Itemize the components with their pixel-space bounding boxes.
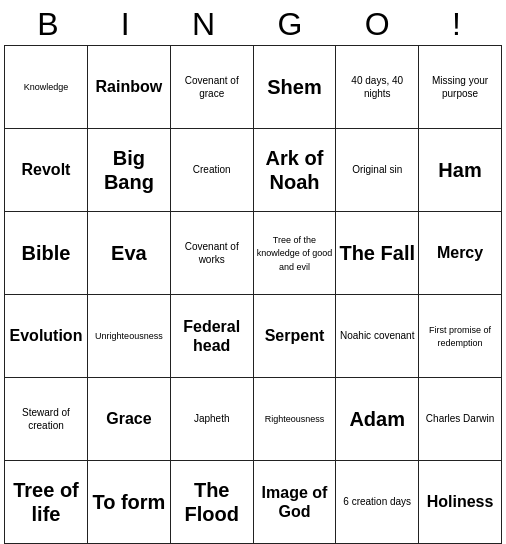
cell-0-4: 40 days, 40 nights <box>336 46 419 129</box>
cell-4-2: Japheth <box>170 378 253 461</box>
cell-4-4: Adam <box>336 378 419 461</box>
cell-0-2: Covenant of grace <box>170 46 253 129</box>
cell-5-2: The Flood <box>170 461 253 544</box>
cell-4-1: Grace <box>87 378 170 461</box>
cell-0-0: Knowledge <box>5 46 88 129</box>
cell-1-4: Original sin <box>336 129 419 212</box>
cell-1-5: Ham <box>419 129 502 212</box>
cell-3-1: Unrighteousness <box>87 295 170 378</box>
title-letter-o: O <box>365 6 398 43</box>
title-letter-i: I <box>121 6 138 43</box>
cell-0-3: Shem <box>253 46 336 129</box>
cell-2-0: Bible <box>5 212 88 295</box>
cell-0-5: Missing your purpose <box>419 46 502 129</box>
cell-1-1: Big Bang <box>87 129 170 212</box>
cell-1-2: Creation <box>170 129 253 212</box>
cell-4-0: Steward of creation <box>5 378 88 461</box>
cell-1-3: Ark of Noah <box>253 129 336 212</box>
cell-5-1: To form <box>87 461 170 544</box>
bingo-grid: KnowledgeRainbowCovenant of graceShem40 … <box>4 45 502 544</box>
cell-2-3: Tree of the knowledge of good and evil <box>253 212 336 295</box>
cell-3-3: Serpent <box>253 295 336 378</box>
cell-3-2: Federal head <box>170 295 253 378</box>
title-letter-n: N <box>192 6 223 43</box>
cell-5-3: Image of God <box>253 461 336 544</box>
title-letter-g: G <box>277 6 310 43</box>
cell-2-5: Mercy <box>419 212 502 295</box>
cell-3-0: Evolution <box>5 295 88 378</box>
title-exclamation: ! <box>452 6 469 43</box>
cell-0-1: Rainbow <box>87 46 170 129</box>
bingo-title: B I N G O ! <box>0 0 506 45</box>
cell-2-4: The Fall <box>336 212 419 295</box>
cell-5-5: Holiness <box>419 461 502 544</box>
cell-4-3: Righteousness <box>253 378 336 461</box>
cell-5-0: Tree of life <box>5 461 88 544</box>
cell-1-0: Revolt <box>5 129 88 212</box>
cell-2-1: Eva <box>87 212 170 295</box>
cell-3-4: Noahic covenant <box>336 295 419 378</box>
cell-5-4: 6 creation days <box>336 461 419 544</box>
cell-4-5: Charles Darwin <box>419 378 502 461</box>
title-letter-b: B <box>37 6 66 43</box>
cell-2-2: Covenant of works <box>170 212 253 295</box>
cell-3-5: First promise of redemption <box>419 295 502 378</box>
